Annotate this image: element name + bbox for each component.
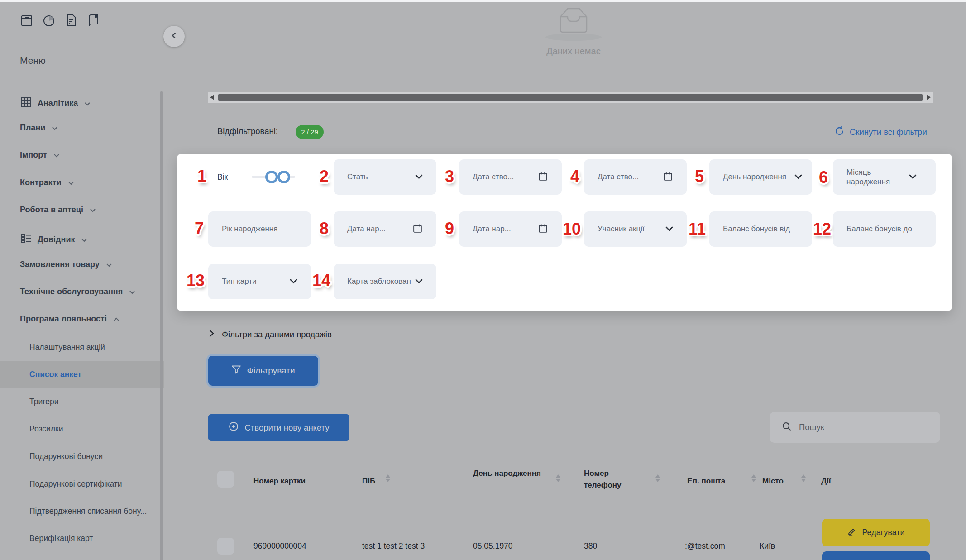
filter-button[interactable]: Фільтрувати <box>208 356 318 386</box>
document-icon[interactable] <box>64 14 78 27</box>
annotation-marker: 2 <box>320 167 329 186</box>
column-header-birthday[interactable]: День народження <box>473 468 541 479</box>
secondary-action-button[interactable] <box>822 551 930 560</box>
chevron-down-icon <box>68 178 74 187</box>
sidebar-item-maintenance[interactable]: Технічне обслуговування <box>20 287 135 297</box>
filter-birth-date-from[interactable]: Дата нар... <box>334 211 436 247</box>
row-checkbox[interactable] <box>217 538 234 555</box>
sidebar-item-goods-orders[interactable]: Замовлення товару <box>20 260 112 269</box>
filter-card-type-select[interactable]: Тип карти <box>208 264 311 299</box>
cell-email: :@test.com <box>685 541 725 551</box>
filter-label: День народження <box>723 172 794 182</box>
annotation-marker: 9 <box>445 219 454 238</box>
filter-created-date-from[interactable]: Дата ство... <box>459 159 562 195</box>
sidebar-subitem-triggers[interactable]: Тригери <box>29 397 58 407</box>
book-icon[interactable] <box>86 14 100 27</box>
filter-promo-participant-select[interactable]: Учасник акції <box>584 211 687 247</box>
filter-bonus-balance-from[interactable]: Баланс бонусів від <box>709 211 812 247</box>
sidebar-item-import[interactable]: Імпорт <box>20 150 60 160</box>
filter-birth-day-select[interactable]: День народження <box>709 159 812 195</box>
age-slider-handle-max[interactable] <box>277 171 290 183</box>
pencil-icon <box>847 527 856 539</box>
filter-gender-select[interactable]: Стать <box>334 159 436 195</box>
sidebar-subitem-gift-certificates[interactable]: Подарункові сертифікати <box>29 479 122 489</box>
chevron-down-icon <box>106 260 112 269</box>
annotation-marker: 8 <box>320 219 329 238</box>
active-item-highlight <box>0 361 164 388</box>
filter-button-label: Фільтрувати <box>247 366 295 376</box>
filter-created-date-to[interactable]: Дата ство... <box>584 159 687 195</box>
sidebar-subitem-bonus-writeoff-confirm[interactable]: Підтвердження списання бону... <box>29 507 147 516</box>
sidebar-item-analytics[interactable]: Аналітика <box>20 96 91 110</box>
filter-label: Дата ство... <box>473 172 534 182</box>
sidebar-item-directory[interactable]: Довідник <box>20 232 87 247</box>
sidebar-subitem-gift-bonuses[interactable]: Подарункові бонуси <box>29 452 103 461</box>
filter-label: Стать <box>347 172 411 182</box>
sidebar-item-plans[interactable]: Плани <box>20 123 58 133</box>
sidebar-subitem-questionnaire-list[interactable]: Список анкет <box>29 370 81 379</box>
filter-label: Дата ство... <box>598 172 659 182</box>
filter-birth-date-to[interactable]: Дата нар... <box>459 211 562 247</box>
age-filter-label: Вік <box>217 159 228 195</box>
calendar-icon <box>538 223 548 235</box>
list-icon <box>20 232 32 247</box>
grid-icon <box>20 96 32 110</box>
sort-icon[interactable] <box>801 474 806 482</box>
filtered-count-badge: 2 / 29 <box>296 125 324 139</box>
chevron-down-icon <box>129 287 135 297</box>
sidebar-item-label: Плани <box>20 123 45 133</box>
sidebar-item-pharmacy-work[interactable]: Робота в аптеці <box>20 205 96 215</box>
search-input[interactable] <box>798 422 928 433</box>
sidebar-item-contracts[interactable]: Контракти <box>20 178 74 187</box>
age-slider-handle-min[interactable] <box>265 171 278 183</box>
column-header-phone[interactable]: Номер телефону <box>584 468 638 492</box>
sidebar-subitem-mailings[interactable]: Розсилки <box>29 424 63 434</box>
filter-label: Карта заблокована <box>347 277 411 286</box>
cell-card-number: 969000000004 <box>253 541 306 551</box>
chevron-down-icon <box>909 173 917 181</box>
annotation-marker: 4 <box>570 167 579 186</box>
sidebar-scrollbar[interactable] <box>160 91 163 560</box>
column-header-email[interactable]: Ел. пошта <box>687 475 725 487</box>
top-edge <box>0 0 966 2</box>
sort-icon[interactable] <box>655 474 660 482</box>
create-questionnaire-button[interactable]: Створити нову анкету <box>208 414 349 441</box>
edit-button[interactable]: Редагувати <box>822 519 930 546</box>
column-header-name[interactable]: ПІБ <box>362 475 375 487</box>
chevron-down-icon <box>90 205 96 215</box>
sales-filters-toggle[interactable]: Фільтри за даними продажів <box>209 330 332 340</box>
filter-label: Місяць народження <box>846 168 905 187</box>
filter-card-blocked-select[interactable]: Карта заблокована <box>334 264 436 299</box>
scroll-left-arrow-icon[interactable] <box>210 95 214 100</box>
filter-birth-year-input[interactable]: Рік народження <box>208 211 311 247</box>
select-all-checkbox[interactable] <box>217 471 234 488</box>
cell-birthday: 05.05.1970 <box>473 541 513 551</box>
pie-chart-icon[interactable] <box>42 14 56 27</box>
archive-box-icon[interactable] <box>20 14 33 27</box>
scroll-right-arrow-icon[interactable] <box>927 95 931 100</box>
column-header-actions: Дії <box>821 475 831 487</box>
sidebar-item-label: Робота в аптеці <box>20 205 83 215</box>
scrollbar-thumb[interactable] <box>218 94 923 101</box>
sort-icon[interactable] <box>556 474 560 482</box>
chevron-down-icon <box>53 150 60 160</box>
sidebar-subitem-promo-settings[interactable]: Налаштування акцій <box>29 343 105 352</box>
horizontal-scrollbar[interactable] <box>208 92 933 103</box>
sort-icon[interactable] <box>386 474 390 482</box>
annotation-marker: 3 <box>445 167 454 186</box>
search-icon <box>781 421 792 434</box>
sidebar-collapse-button[interactable] <box>163 26 185 47</box>
reset-label: Скинути всі фільтри <box>850 127 927 137</box>
filter-birth-month-select[interactable]: Місяць народження <box>833 159 936 195</box>
filter-label: Рік народження <box>222 225 297 234</box>
reset-filters-link[interactable]: Скинути всі фільтри <box>834 126 927 139</box>
annotation-marker: 12 <box>813 220 831 239</box>
filtered-label: Відфільтровані: <box>217 126 278 136</box>
sort-icon[interactable] <box>751 474 756 482</box>
sidebar-subitem-card-verification[interactable]: Верифікація карт <box>29 534 93 543</box>
filter-bonus-balance-to[interactable]: Баланс бонусів до <box>833 211 936 247</box>
sidebar-item-loyalty-program[interactable]: Програма лояльності <box>20 314 120 324</box>
column-header-city[interactable]: Місто <box>762 475 784 487</box>
search-box[interactable] <box>770 412 940 443</box>
cell-phone: 380 <box>584 541 597 551</box>
